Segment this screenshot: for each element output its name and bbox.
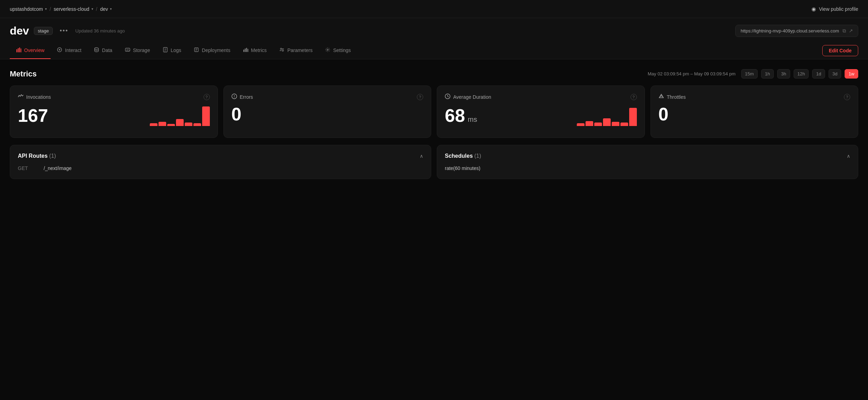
metrics-controls: May 02 03:09:54 pm – May 09 03:09:54 pm …: [648, 69, 858, 79]
metrics-icon: [243, 47, 248, 53]
avg-duration-bar: [577, 105, 637, 126]
api-routes-count: (1): [49, 153, 56, 159]
tab-logs-label: Logs: [171, 47, 181, 53]
route-path: /_next/image: [44, 165, 72, 171]
svg-rect-3: [21, 49, 21, 52]
tab-interact-label: Interact: [65, 47, 81, 53]
errors-help-icon[interactable]: ?: [417, 94, 423, 100]
svg-point-16: [282, 50, 284, 51]
svg-marker-24: [659, 94, 663, 98]
api-routes-collapse-btn[interactable]: ∧: [420, 153, 423, 159]
tab-settings[interactable]: Settings: [319, 42, 357, 59]
api-routes-header: API Routes (1) ∧: [18, 153, 423, 159]
breadcrumb: upstashdotcom ▾ / serverless-cloud ▾ / d…: [10, 6, 112, 12]
tab-parameters-label: Parameters: [287, 47, 312, 53]
throttles-title-group: Throttles: [659, 94, 686, 100]
avg-duration-value-group: 68 ms: [445, 106, 477, 125]
url-text: https://lightning-mvp-409yp.cloud.server…: [741, 28, 839, 34]
tab-overview-label: Overview: [24, 47, 44, 53]
throttles-value: 0: [659, 105, 669, 123]
breadcrumb-org[interactable]: upstashdotcom ▾: [10, 6, 47, 12]
avg-duration-value: 68: [445, 106, 465, 125]
avg-duration-title-group: Average Duration: [445, 94, 491, 100]
bar-a7: [629, 108, 637, 126]
bar-a1: [577, 123, 584, 126]
tab-storage-label: Storage: [133, 47, 150, 53]
invocations-value-row: 167: [18, 105, 210, 126]
avg-duration-card: Average Duration ? 68 ms: [437, 86, 645, 138]
storage-icon: [125, 47, 130, 53]
metrics-title: Metrics: [10, 69, 37, 79]
svg-rect-14: [248, 49, 248, 52]
metrics-header: Metrics May 02 03:09:54 pm – May 09 03:0…: [10, 69, 858, 79]
schedules-title: Schedules (1): [445, 153, 481, 159]
throttles-help-icon[interactable]: ?: [844, 94, 850, 100]
bottom-section: API Routes (1) ∧ GET /_next/image Schedu…: [10, 145, 858, 179]
tab-data[interactable]: Data: [88, 42, 119, 59]
svg-point-6: [95, 48, 98, 50]
breadcrumb-env[interactable]: dev ▾: [100, 6, 112, 12]
errors-value-row: 0: [231, 105, 424, 123]
url-display: https://lightning-mvp-409yp.cloud.server…: [735, 25, 858, 37]
copy-icon[interactable]: ⧉: [843, 28, 846, 34]
throttles-icon: [659, 94, 664, 100]
main-content: Metrics May 02 03:09:54 pm – May 09 03:0…: [0, 59, 868, 189]
avg-duration-icon: [445, 94, 450, 100]
throttles-card: Throttles ? 0: [650, 86, 859, 138]
svg-rect-12: [245, 49, 246, 52]
tab-logs[interactable]: Logs: [156, 42, 187, 59]
svg-point-15: [280, 48, 282, 50]
svg-point-20: [234, 97, 235, 98]
bar-3: [167, 124, 175, 126]
route-method: GET: [18, 165, 35, 171]
top-bar: upstashdotcom ▾ / serverless-cloud ▾ / d…: [0, 0, 868, 18]
errors-value: 0: [231, 105, 242, 123]
throttles-value-row: 0: [659, 105, 851, 123]
svg-rect-13: [246, 48, 247, 52]
header-right: https://lightning-mvp-409yp.cloud.server…: [735, 25, 858, 37]
edit-code-button[interactable]: Edit Code: [822, 45, 858, 56]
time-btn-1w[interactable]: 1w: [845, 69, 858, 79]
avg-duration-help-icon[interactable]: ?: [631, 94, 637, 100]
time-btn-15m[interactable]: 15m: [741, 69, 758, 79]
view-public-profile-btn[interactable]: View public profile: [811, 6, 858, 12]
tab-overview[interactable]: Overview: [10, 42, 51, 59]
breadcrumb-project[interactable]: serverless-cloud ▾: [54, 6, 93, 12]
header-section: dev stage ••• Updated 36 minutes ago htt…: [0, 18, 868, 42]
bar-a6: [620, 123, 628, 126]
settings-icon: [325, 47, 330, 53]
time-btn-1d[interactable]: 1d: [812, 69, 825, 79]
avg-duration-unit: ms: [468, 116, 477, 124]
data-icon: [94, 47, 99, 53]
bar-6: [193, 123, 201, 126]
api-routes-title-text: API Routes: [18, 153, 47, 159]
errors-icon: [231, 94, 237, 100]
time-btn-1h[interactable]: 1h: [761, 69, 774, 79]
schedules-header: Schedules (1) ∧: [445, 153, 850, 159]
open-external-icon[interactable]: ↗: [849, 28, 853, 34]
api-routes-title: API Routes (1): [18, 153, 56, 159]
api-routes-card: API Routes (1) ∧ GET /_next/image: [10, 145, 431, 179]
time-btn-3d[interactable]: 3d: [829, 69, 841, 79]
tab-interact[interactable]: Interact: [51, 42, 88, 59]
throttles-header: Throttles ?: [659, 94, 851, 100]
time-btn-3h[interactable]: 3h: [777, 69, 790, 79]
breadcrumb-sep-1: /: [50, 6, 51, 12]
tab-parameters[interactable]: Parameters: [273, 42, 319, 59]
tab-deployments[interactable]: Deployments: [187, 42, 237, 59]
svg-rect-2: [19, 47, 20, 52]
tab-storage[interactable]: Storage: [119, 42, 156, 59]
schedule-item: rate(60 minutes): [445, 165, 480, 171]
schedules-collapse-btn[interactable]: ∧: [847, 153, 850, 159]
time-btn-12h[interactable]: 12h: [794, 69, 809, 79]
invocations-header: Invocations ?: [18, 94, 210, 100]
more-options-button[interactable]: •••: [58, 27, 71, 35]
invocations-help-icon[interactable]: ?: [204, 94, 210, 100]
breadcrumb-sep-2: /: [96, 6, 97, 12]
tab-metrics[interactable]: Metrics: [237, 42, 273, 59]
logs-icon: [163, 47, 168, 53]
stage-badge[interactable]: stage: [34, 27, 53, 35]
invocations-icon: [18, 94, 23, 100]
bar-7: [202, 106, 210, 126]
app-title: dev: [10, 24, 29, 37]
